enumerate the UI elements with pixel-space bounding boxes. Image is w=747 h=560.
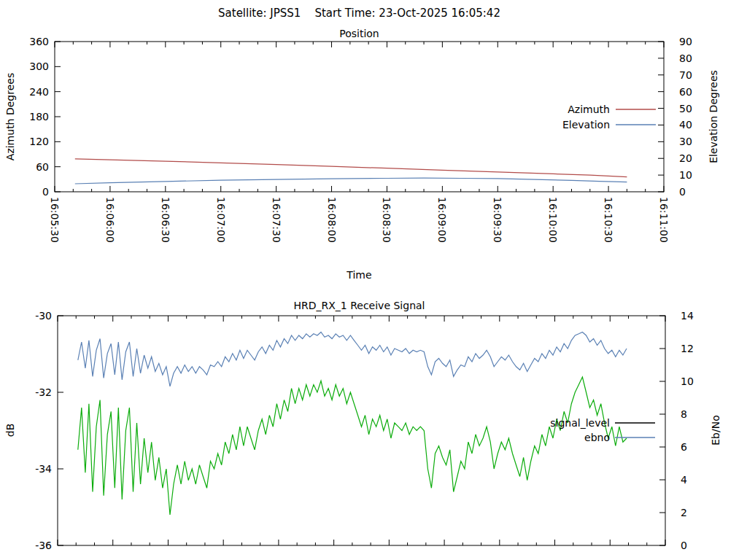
y-right-tick-label: 90 bbox=[679, 36, 692, 47]
x-tick-label: 16:09:30 bbox=[492, 197, 503, 243]
y-right-tick-label: 30 bbox=[679, 136, 692, 147]
y-right-tick-label: 2 bbox=[681, 507, 687, 518]
x-tick-label: 16:08:00 bbox=[326, 197, 338, 243]
x-tick-label: 16:10:30 bbox=[603, 197, 614, 243]
x-tick-label: 16:06:30 bbox=[160, 197, 171, 243]
y-right-tick-label: 4 bbox=[681, 474, 687, 486]
y-right-tick-label: 70 bbox=[679, 69, 692, 81]
y-right-tick-label: 50 bbox=[679, 103, 692, 114]
x-tick-label: 16:11:00 bbox=[658, 197, 670, 243]
x-tick-label: 16:06:00 bbox=[104, 197, 116, 243]
x-tick-label: 16:09:00 bbox=[436, 197, 448, 243]
y-left-tick-label: 0 bbox=[42, 186, 49, 198]
y-right-tick-label: 14 bbox=[681, 310, 694, 322]
y-left-tick-label: 360 bbox=[29, 36, 49, 47]
y-left-tick-label: 180 bbox=[29, 111, 49, 122]
x-tick-label: 16:07:30 bbox=[271, 197, 282, 243]
y-right-tick-label: 12 bbox=[681, 343, 694, 354]
y-left-tick-label: -32 bbox=[35, 386, 52, 398]
telemetry-window: Satellite: JPSS1 Start Time: 23-Oct-2025… bbox=[0, 0, 747, 560]
series-line-azimuth bbox=[75, 159, 627, 177]
legend-label-signal_level: signal_level bbox=[550, 417, 610, 429]
series-line-elevation bbox=[75, 178, 627, 184]
x-tick-label: 16:10:00 bbox=[547, 197, 559, 243]
y-right-tick-label: 0 bbox=[681, 540, 687, 551]
y-right-tick-label: 8 bbox=[681, 408, 687, 420]
plot-border bbox=[55, 42, 664, 192]
legend-label-elevation: Elevation bbox=[562, 119, 610, 131]
legend-label-ebno: ebno bbox=[584, 432, 610, 443]
y-left-tick-label: 300 bbox=[29, 61, 49, 72]
y-right-tick-label: 10 bbox=[681, 376, 694, 387]
legend-label-azimuth: Azimuth bbox=[568, 104, 610, 115]
y-left-tick-label: 60 bbox=[36, 161, 49, 173]
y-right-tick-label: 60 bbox=[679, 86, 692, 98]
series-line-ebno bbox=[78, 332, 627, 386]
x-tick-label: 16:08:30 bbox=[381, 197, 392, 243]
y-right-tick-label: 6 bbox=[681, 441, 687, 453]
y-right-tick-label: 0 bbox=[679, 186, 686, 198]
x-tick-label: 16:07:00 bbox=[215, 197, 227, 243]
y-left-tick-label: -30 bbox=[35, 310, 52, 322]
y-left-tick-label: 120 bbox=[29, 136, 49, 147]
y-left-tick-label: 240 bbox=[29, 86, 49, 98]
series-line-signal_level bbox=[78, 377, 627, 515]
y-right-tick-label: 20 bbox=[679, 152, 692, 164]
y-right-tick-label: 40 bbox=[679, 119, 692, 131]
x-tick-label: 16:05:30 bbox=[49, 197, 61, 243]
y-left-tick-label: -34 bbox=[35, 463, 52, 475]
charts-canvas: 16:05:3016:06:0016:06:3016:07:0016:07:30… bbox=[0, 0, 747, 560]
y-left-tick-label: -36 bbox=[35, 540, 52, 551]
y-right-tick-label: 10 bbox=[679, 169, 692, 181]
y-right-tick-label: 80 bbox=[679, 52, 692, 64]
